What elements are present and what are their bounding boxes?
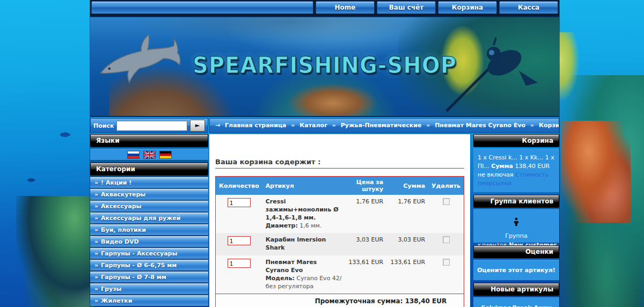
categories-header: Категории: [90, 163, 208, 176]
header-banner: SPEARFISHING-SHOP: [90, 16, 559, 117]
chevron-icon: »: [94, 179, 98, 186]
product-attr-label: Диаметр:: [266, 222, 298, 229]
nav-cart[interactable]: Корзина: [438, 1, 497, 14]
product-name: Cressi зажимы+монолинь Ø 1,4-1,6-1,8 мм.: [266, 198, 342, 222]
german-flag-icon[interactable]: [159, 151, 172, 159]
chevron-icon: »: [94, 215, 98, 222]
category-item-garpuny-6[interactable]: »Гарпуны - Ø 6-6,75 мм: [90, 260, 208, 271]
product-attr-label: Модель:: [266, 275, 295, 282]
quantity-input[interactable]: [228, 259, 251, 268]
chevron-icon: »: [94, 286, 98, 293]
category-item-aksessuary-ruzhej[interactable]: »Аксессуары для ружей: [90, 213, 208, 223]
breadcrumb-cart[interactable]: Корзина: [539, 122, 559, 129]
page-title: Ваша корзина содержит :: [215, 158, 464, 169]
category-item-garpuny-78[interactable]: »Гарпуны - Ø 7-8 мм: [90, 272, 208, 282]
chevron-icon: »: [94, 274, 98, 281]
cart-row: Cressi зажимы+монолинь Ø 1,4-1,6-1,8 мм.…: [216, 195, 464, 233]
rate-product-link[interactable]: Оцените этот артикул!: [473, 260, 559, 280]
cart-table: Количество Артикул Цена за штуку Сумма У…: [215, 176, 464, 307]
russian-flag-icon[interactable]: [127, 151, 140, 159]
search-go-button[interactable]: ►: [190, 120, 205, 131]
nav-account[interactable]: Ваш счёт: [377, 1, 436, 14]
cart-sum-value: 138,40 EUR: [515, 163, 550, 170]
reviews-header: Оценки: [473, 245, 559, 258]
customer-group-header: Группа клиентов: [473, 195, 559, 208]
chevron-icon: »: [94, 250, 98, 257]
fish-icon: [26, 177, 36, 183]
category-item-aksessuary[interactable]: »Аксессуары: [90, 201, 208, 211]
subtotal: Промежуточная сумма: 138,40 EUR: [301, 297, 460, 305]
main-content: Ваша корзина содержит : Количество Артик…: [209, 134, 470, 307]
product-name: Пневмат Mares Cyrano Evo: [266, 259, 342, 275]
chevron-icon: »: [94, 226, 98, 233]
right-sidebar: Корзина 1 x Cressi k... 1 x Kk... 1 x Пl…: [473, 134, 559, 307]
background-reef-right: [553, 75, 644, 307]
search-go-icon: ►: [195, 122, 200, 129]
new-products-header: Новые артикулы: [473, 283, 559, 296]
content-columns: Языки Категории »! Акции ! »Акваскутеры …: [90, 134, 559, 307]
category-item-zhiletki[interactable]: »Жилетки: [90, 295, 208, 306]
category-item-video-dvd[interactable]: »Видео DVD: [90, 236, 208, 247]
category-item-gruzy[interactable]: »Грузы: [90, 283, 208, 294]
new-product-link[interactable]: Salvimar Break Away System: [473, 297, 559, 307]
cart-row: Пневмат Mares Cyrano Evo Модель: Cyrano …: [216, 255, 464, 294]
chevron-icon: »: [94, 238, 98, 245]
languages-header: Языки: [90, 134, 208, 147]
nav-checkout[interactable]: Касса: [499, 1, 558, 14]
chevron-icon: »: [94, 297, 98, 304]
cart-summary-box: 1 x Cressi k... 1 x Kk... 1 x Пl... Сумм…: [473, 149, 559, 192]
toolbar-row: Поиск ► → Главная страница » Каталог » Р…: [90, 118, 559, 133]
cart-row: Карабин Imersion Shark 3,03 EUR 3,03 EUR: [216, 233, 464, 255]
chevron-icon: »: [94, 203, 98, 210]
top-navigation: Home Ваш счёт Корзина Касса: [90, 0, 559, 16]
row-sum: 1,76 EUR: [386, 195, 428, 233]
site-wrapper: Home Ваш счёт Корзина Касса SPEARFISH: [90, 0, 559, 307]
delete-checkbox[interactable]: [443, 236, 450, 243]
product-attr-value: 1,6 мм.: [299, 222, 321, 229]
quantity-input[interactable]: [228, 236, 251, 245]
breadcrumb-product[interactable]: Пневмат Mares Cyrano Evo: [435, 122, 525, 129]
row-sum: 133,61 EUR: [386, 255, 428, 294]
column-header-unit-price: Цена за штуку: [345, 177, 386, 195]
breadcrumb-arrow-icon: →: [215, 122, 220, 129]
product-name: Карабин Imersion Shark: [266, 236, 342, 252]
site-logo: SPEARFISHING-SHOP: [90, 52, 559, 78]
unit-price: 3,03 EUR: [345, 233, 386, 255]
column-header-sum: Сумма: [386, 177, 428, 195]
british-flag-icon[interactable]: [143, 151, 156, 159]
breadcrumb: → Главная страница » Каталог » Ружья-Пне…: [209, 118, 559, 133]
nav-spacer-bar: [91, 1, 313, 14]
customer-group-box: Группа клиентов:New customer: [473, 209, 559, 243]
search-bar: Поиск ►: [90, 118, 208, 133]
row-sum: 3,03 EUR: [386, 233, 428, 255]
chevron-icon: »: [94, 262, 98, 269]
cart-sum-label: Сумма: [491, 163, 513, 170]
breadcrumb-home[interactable]: Главная страница: [225, 122, 286, 129]
column-header-article: Артикул: [262, 177, 346, 195]
search-label: Поиск: [93, 122, 114, 129]
delete-checkbox[interactable]: [443, 259, 450, 266]
delete-checkbox[interactable]: [443, 198, 450, 205]
shipping-note-prefix: не включая: [478, 171, 514, 178]
category-item-garpuny-aks[interactable]: »Гарпуны - Аксессуары: [90, 248, 208, 259]
left-sidebar: Языки Категории »! Акции ! »Акваскутеры …: [90, 134, 208, 307]
column-header-qty: Количество: [216, 177, 262, 195]
quantity-input[interactable]: [228, 198, 251, 207]
category-item-akcii[interactable]: »! Акции !: [90, 177, 208, 188]
nav-home[interactable]: Home: [316, 1, 375, 14]
cart-box-header: Корзина: [473, 134, 559, 147]
background-coral: [561, 121, 631, 223]
language-flags: [90, 149, 208, 160]
chevron-icon: »: [94, 191, 98, 198]
person-icon: [478, 217, 555, 229]
category-item-akvaskutery[interactable]: »Акваскутеры: [90, 189, 208, 200]
unit-price: 1,76 EUR: [345, 195, 386, 233]
breadcrumb-category[interactable]: Ружья-Пневматические: [341, 122, 422, 129]
category-item-bui[interactable]: »Буи, плотики: [90, 224, 208, 235]
unit-price: 133,61 EUR: [345, 255, 386, 294]
fish-icon: [58, 131, 72, 138]
background-reef-left: [16, 196, 94, 307]
column-header-delete: Удалить: [428, 177, 464, 195]
search-input[interactable]: [116, 121, 187, 131]
breadcrumb-catalog[interactable]: Каталог: [299, 122, 327, 129]
